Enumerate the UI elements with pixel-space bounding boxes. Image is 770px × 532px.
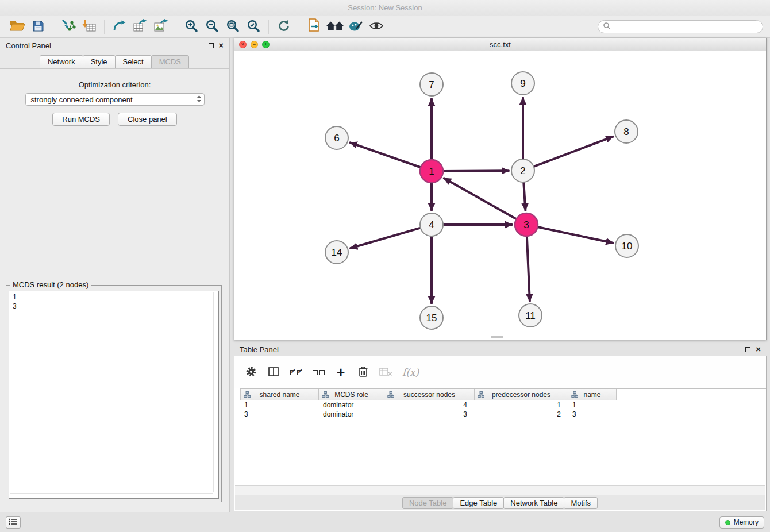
graph-edge-2-3[interactable] [523, 183, 525, 210]
canvas-horizontal-scrollbar[interactable] [491, 336, 503, 338]
column-header-name[interactable]: name [568, 389, 617, 400]
refresh-button[interactable] [274, 18, 294, 36]
graph-edge-1-2[interactable] [444, 171, 509, 171]
graph-node-6[interactable]: 6 [325, 126, 348, 149]
maximize-window-icon[interactable]: + [262, 41, 270, 48]
deselect-all-rows-button[interactable] [312, 365, 325, 379]
cell-successor-nodes[interactable]: 3 [384, 410, 475, 419]
graph-node-9[interactable]: 9 [511, 72, 534, 95]
tab-network[interactable]: Network [40, 55, 83, 68]
select-stepper-icon [197, 95, 202, 105]
mcds-result-list[interactable]: 1 3 [9, 291, 219, 499]
tab-network-table[interactable]: Network Table [503, 497, 564, 509]
import-table-button[interactable] [79, 18, 99, 36]
cell-shared-name[interactable]: 3 [240, 410, 319, 419]
table-horizontal-scrollbar[interactable] [235, 485, 765, 495]
tab-select[interactable]: Select [115, 55, 152, 68]
plus-icon: + [337, 367, 345, 378]
float-table-panel-icon[interactable] [745, 347, 750, 352]
graph-node-8[interactable]: 8 [615, 120, 638, 143]
column-header-shared-name[interactable]: shared name [240, 389, 319, 400]
home-layout-button[interactable] [325, 18, 345, 36]
clone-network-button[interactable] [109, 18, 130, 36]
select-all-rows-button[interactable] [290, 365, 302, 379]
import-network-icon [60, 19, 76, 34]
cell-predecessor-nodes[interactable]: 2 [475, 410, 568, 419]
result-horizontal-scrollbar[interactable] [10, 493, 213, 494]
network-graph[interactable]: 7968124314101511 [234, 51, 766, 340]
svg-text:2: 2 [520, 165, 525, 176]
add-column-button[interactable]: + [334, 365, 347, 379]
close-panel-icon[interactable]: × [218, 42, 224, 49]
import-network-button[interactable] [58, 18, 79, 36]
column-header-mcds-role[interactable]: MCDS role [319, 389, 384, 400]
table-row[interactable]: 1 dominator 4 1 1 [240, 400, 766, 410]
cell-mcds-role[interactable]: dominator [319, 400, 384, 410]
zoom-selected-button[interactable] [243, 18, 264, 36]
cell-name[interactable]: 1 [568, 400, 617, 410]
graph-edge-3-11[interactable] [527, 237, 530, 301]
float-panel-icon[interactable] [209, 43, 214, 48]
run-mcds-button[interactable]: Run MCDS [52, 113, 110, 126]
close-panel-button[interactable]: Close panel [118, 113, 177, 126]
status-bar: Memory [0, 512, 770, 532]
cell-predecessor-nodes[interactable]: 1 [475, 400, 568, 410]
mcds-panel-body: Optimization criterion: strongly connect… [0, 68, 229, 512]
export-image-button[interactable] [151, 18, 171, 36]
graph-node-15[interactable]: 15 [420, 306, 443, 329]
search-input[interactable] [614, 23, 758, 31]
zoom-fit-button[interactable] [222, 18, 243, 36]
graph-edge-2-8[interactable] [534, 137, 613, 167]
graph-node-3[interactable]: 3 [515, 213, 538, 236]
paint-palette-icon [348, 20, 363, 34]
minimize-window-icon[interactable]: – [251, 41, 258, 48]
function-builder-button[interactable]: f(x) [402, 365, 419, 379]
control-panel-tabs: Network Style Select MCDS [0, 53, 229, 68]
graph-edge-3-10[interactable] [538, 227, 613, 243]
graph-node-4[interactable]: 4 [420, 213, 443, 236]
cell-successor-nodes[interactable]: 4 [384, 400, 475, 410]
column-header-predecessor-nodes[interactable]: predecessor nodes [475, 389, 568, 400]
network-canvas[interactable]: 7968124314101511 [234, 51, 766, 340]
graph-edge-3-1[interactable] [444, 178, 516, 218]
close-table-panel-icon[interactable]: × [756, 346, 761, 353]
cell-shared-name[interactable]: 1 [240, 400, 319, 410]
graph-node-11[interactable]: 11 [519, 304, 542, 327]
list-icon [9, 518, 18, 527]
graph-edge-1-6[interactable] [351, 142, 421, 167]
graph-node-10[interactable]: 10 [615, 234, 638, 257]
graph-node-7[interactable]: 7 [420, 73, 443, 96]
open-session-button[interactable] [7, 18, 28, 36]
tab-node-table[interactable]: Node Table [402, 497, 454, 509]
tab-mcds[interactable]: MCDS [151, 55, 189, 68]
graph-node-14[interactable]: 14 [325, 241, 348, 264]
table-row[interactable]: 3 dominator 3 2 3 [240, 410, 766, 419]
show-columns-button[interactable] [267, 365, 280, 379]
export-table-button[interactable] [130, 18, 151, 36]
tab-motifs[interactable]: Motifs [564, 497, 598, 509]
node-table-header: shared name MCDS role successor nodes pr… [240, 388, 766, 400]
task-history-button[interactable] [6, 516, 21, 529]
tab-edge-table[interactable]: Edge Table [453, 497, 504, 509]
table-settings-button[interactable] [245, 365, 257, 379]
save-session-button[interactable] [28, 18, 48, 36]
delete-column-button[interactable] [357, 365, 369, 379]
copy-style-button[interactable] [304, 18, 325, 36]
search-box[interactable] [598, 20, 763, 33]
graph-edge-4-14[interactable] [351, 228, 420, 248]
memory-button[interactable]: Memory [719, 516, 764, 529]
graph-node-2[interactable]: 2 [511, 159, 534, 182]
column-header-successor-nodes[interactable]: successor nodes [384, 389, 475, 400]
cell-name[interactable]: 3 [568, 410, 617, 419]
result-vertical-scrollbar[interactable] [213, 292, 214, 492]
optimization-criterion-select[interactable]: strongly connected component [25, 93, 205, 106]
tab-style[interactable]: Style [83, 55, 116, 68]
zoom-out-button[interactable] [202, 18, 222, 36]
show-hide-graphics-button[interactable] [366, 18, 387, 36]
delete-table-button[interactable] [379, 365, 392, 379]
zoom-in-button[interactable] [181, 18, 202, 36]
close-window-icon[interactable]: × [239, 41, 247, 48]
graph-node-1[interactable]: 1 [420, 160, 443, 183]
cell-mcds-role[interactable]: dominator [319, 410, 384, 419]
apply-style-button[interactable] [345, 18, 366, 36]
